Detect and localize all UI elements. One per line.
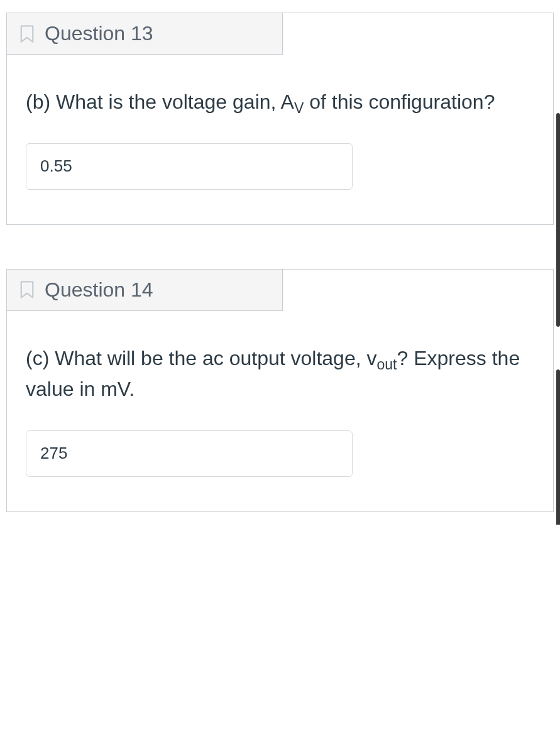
answer-input[interactable]: [26, 430, 353, 477]
answer-input[interactable]: [26, 143, 353, 190]
question-body: (b) What is the voltage gain, AV of this…: [7, 55, 553, 224]
question-prompt: (c) What will be the ac output voltage, …: [26, 343, 534, 405]
scroll-indicator: [556, 113, 560, 327]
question-prompt: (b) What is the voltage gain, AV of this…: [26, 87, 534, 118]
scroll-indicator: [556, 369, 560, 525]
question-number: Question 13: [45, 22, 153, 45]
bookmark-icon[interactable]: [18, 25, 36, 43]
question-header: Question 14: [6, 269, 283, 311]
question-card: Question 14 (c) What will be the ac outp…: [6, 269, 554, 512]
question-header: Question 13: [6, 13, 283, 55]
question-number: Question 14: [45, 278, 153, 302]
question-body: (c) What will be the ac output voltage, …: [7, 312, 553, 511]
bookmark-icon[interactable]: [18, 280, 36, 299]
question-card: Question 13 (b) What is the voltage gain…: [6, 13, 554, 225]
